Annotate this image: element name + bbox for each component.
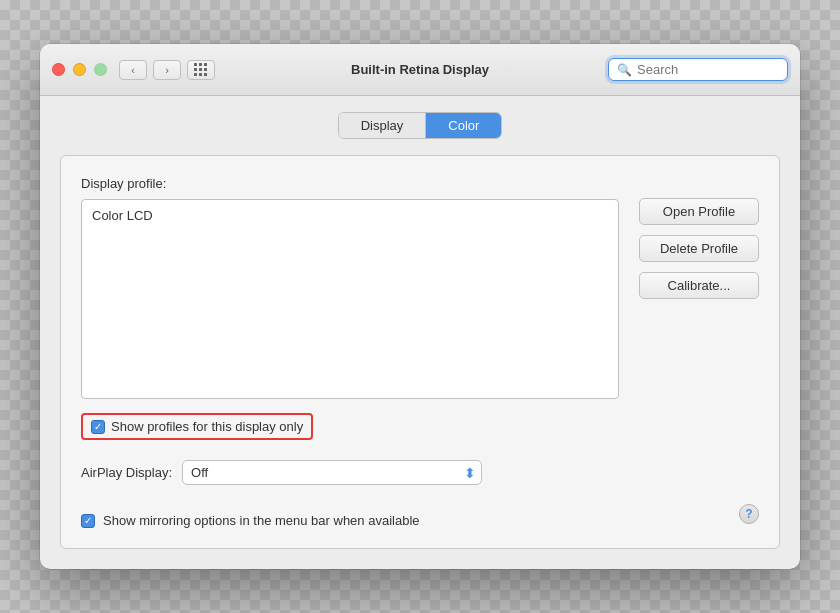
bottom-row: ✓ Show mirroring options in the menu bar… (81, 499, 759, 528)
open-profile-button[interactable]: Open Profile (639, 198, 759, 225)
mirroring-row: ✓ Show mirroring options in the menu bar… (81, 513, 739, 528)
airplay-section: AirPlay Display: Off On ⬍ (81, 460, 759, 485)
mirroring-checkmark-icon: ✓ (84, 516, 92, 526)
profile-list[interactable]: Color LCD (81, 199, 619, 399)
mirroring-checkbox[interactable]: ✓ (81, 514, 95, 528)
search-input[interactable] (637, 62, 779, 77)
window-title: Built-in Retina Display (351, 62, 489, 77)
show-profiles-row: ✓ Show profiles for this display only (81, 413, 619, 440)
close-button[interactable] (52, 63, 65, 76)
back-button[interactable]: ‹ (119, 60, 147, 80)
show-profiles-checkbox[interactable]: ✓ (91, 420, 105, 434)
search-box[interactable]: 🔍 (608, 58, 788, 81)
traffic-lights (52, 63, 107, 76)
profile-item[interactable]: Color LCD (82, 204, 618, 227)
search-icon: 🔍 (617, 63, 632, 77)
tab-display[interactable]: Display (339, 113, 427, 138)
tab-color[interactable]: Color (426, 113, 501, 138)
show-profiles-highlight: ✓ Show profiles for this display only (81, 413, 313, 440)
buttons-column: Open Profile Delete Profile Calibrate... (639, 176, 759, 440)
tab-group: Display Color (338, 112, 503, 139)
show-profiles-label: Show profiles for this display only (111, 419, 303, 434)
maximize-button[interactable] (94, 63, 107, 76)
profile-area: Display profile: Color LCD ✓ Show profil… (81, 176, 619, 440)
minimize-button[interactable] (73, 63, 86, 76)
main-panel: Display profile: Color LCD ✓ Show profil… (60, 155, 780, 549)
color-section: Display profile: Color LCD ✓ Show profil… (81, 176, 759, 440)
calibrate-button[interactable]: Calibrate... (639, 272, 759, 299)
question-icon: ? (745, 507, 752, 521)
main-window: ‹ › Built-in Retina Display 🔍 Display Co… (40, 44, 800, 569)
nav-buttons: ‹ › (119, 60, 181, 80)
help-button[interactable]: ? (739, 504, 759, 524)
titlebar: ‹ › Built-in Retina Display 🔍 (40, 44, 800, 96)
grid-icon (194, 63, 208, 77)
forward-icon: › (165, 64, 169, 76)
airplay-select-wrapper: Off On ⬍ (182, 460, 482, 485)
checkmark-icon: ✓ (94, 422, 102, 432)
airplay-select[interactable]: Off On (182, 460, 482, 485)
back-icon: ‹ (131, 64, 135, 76)
forward-button[interactable]: › (153, 60, 181, 80)
airplay-label: AirPlay Display: (81, 465, 172, 480)
delete-profile-button[interactable]: Delete Profile (639, 235, 759, 262)
grid-button[interactable] (187, 60, 215, 80)
profile-label: Display profile: (81, 176, 619, 191)
mirroring-label: Show mirroring options in the menu bar w… (103, 513, 420, 528)
window-content: Display Color Display profile: Color LCD (40, 96, 800, 569)
tab-bar: Display Color (60, 112, 780, 139)
